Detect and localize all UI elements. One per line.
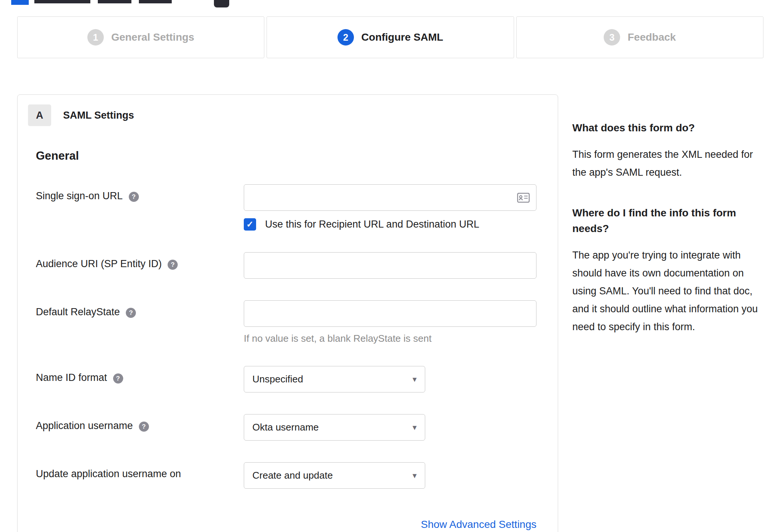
step-label: Configure SAML	[361, 31, 443, 43]
clipped-icon-fragment	[214, 0, 229, 7]
step-number-badge: 3	[604, 29, 620, 46]
show-advanced-settings-link[interactable]: Show Advanced Settings	[421, 519, 536, 530]
update-app-username-label-group: Update application username on	[36, 462, 244, 489]
help-icon[interactable]: ?	[139, 422, 149, 432]
app-username-label: Application username	[36, 420, 133, 432]
chevron-down-icon: ▾	[413, 423, 417, 432]
contact-card-icon	[517, 193, 530, 203]
help-body: The app you're trying to integrate with …	[572, 246, 765, 336]
step-number-badge: 2	[337, 29, 354, 46]
help-sidebar: What does this form do? This form genera…	[572, 120, 765, 336]
name-id-format-select[interactable]: Unspecified ▾	[244, 366, 425, 392]
sso-url-input[interactable]	[244, 184, 536, 211]
sso-url-label: Single sign-on URL	[36, 190, 123, 202]
app-username-label-group: Application username ?	[36, 414, 244, 441]
app-username-row: Application username ? Okta username ▾	[36, 414, 536, 441]
help-icon[interactable]: ?	[126, 308, 136, 318]
audience-uri-input[interactable]	[244, 252, 536, 279]
help-section-where: Where do I find the info this form needs…	[572, 205, 765, 336]
recipient-url-checkbox-label: Use this for Recipient URL and Destinati…	[265, 219, 479, 230]
name-id-format-row: Name ID format ? Unspecified ▾	[36, 366, 536, 392]
name-id-format-label: Name ID format	[36, 372, 107, 384]
section-title: SAML Settings	[63, 110, 134, 121]
help-icon[interactable]: ?	[113, 373, 123, 384]
sso-url-row: Single sign-on URL ?	[36, 184, 536, 211]
help-heading: Where do I find the info this form needs…	[572, 205, 765, 237]
clipped-title-fragment	[139, 0, 172, 3]
name-id-format-label-group: Name ID format ?	[36, 366, 244, 392]
clipped-logo-fragment	[11, 0, 29, 5]
app-username-select[interactable]: Okta username ▾	[244, 414, 425, 441]
step-general-settings[interactable]: 1 General Settings	[17, 16, 264, 58]
help-body: This form generates the XML needed for t…	[572, 145, 765, 181]
help-icon[interactable]: ?	[168, 260, 178, 270]
step-configure-saml[interactable]: 2 Configure SAML	[267, 16, 514, 58]
clipped-title-fragment	[34, 0, 90, 3]
help-icon[interactable]: ?	[129, 192, 139, 202]
chevron-down-icon: ▾	[413, 375, 417, 384]
relay-state-row: Default RelayState ? If no value is set,…	[36, 300, 536, 344]
help-section-what: What does this form do? This form genera…	[572, 120, 765, 181]
update-app-username-row: Update application username on Create an…	[36, 462, 536, 489]
update-app-username-label: Update application username on	[36, 468, 181, 480]
relay-state-label: Default RelayState	[36, 306, 120, 318]
advanced-settings-row: Show Advanced Settings	[36, 519, 536, 531]
saml-settings-panel: A SAML Settings General Single sign-on U…	[17, 94, 558, 532]
wizard-stepper: 1 General Settings 2 Configure SAML 3 Fe…	[17, 16, 763, 58]
recipient-url-checkbox-row: ✓ Use this for Recipient URL and Destina…	[36, 218, 536, 231]
relay-state-label-group: Default RelayState ?	[36, 300, 244, 344]
update-app-username-select[interactable]: Create and update ▾	[244, 462, 425, 489]
audience-uri-label: Audience URI (SP Entity ID)	[36, 258, 162, 270]
step-label: General Settings	[111, 31, 195, 43]
recipient-url-checkbox[interactable]: ✓	[244, 218, 256, 231]
app-username-value: Okta username	[252, 422, 319, 433]
step-feedback[interactable]: 3 Feedback	[516, 16, 763, 58]
audience-uri-label-group: Audience URI (SP Entity ID) ?	[36, 252, 244, 279]
clipped-title-fragment	[98, 0, 131, 3]
section-a-badge: A	[28, 104, 51, 126]
step-label: Feedback	[628, 31, 676, 43]
relay-state-input[interactable]	[244, 300, 536, 327]
step-number-badge: 1	[87, 29, 104, 46]
update-app-username-value: Create and update	[252, 470, 333, 481]
audience-uri-row: Audience URI (SP Entity ID) ?	[36, 252, 536, 279]
section-header: A SAML Settings	[28, 104, 536, 126]
sso-url-label-group: Single sign-on URL ?	[36, 184, 244, 211]
name-id-format-value: Unspecified	[252, 373, 303, 385]
chevron-down-icon: ▾	[413, 471, 417, 481]
relay-state-hint: If no value is set, a blank RelayState i…	[244, 333, 536, 344]
general-group-title: General	[36, 149, 536, 163]
help-heading: What does this form do?	[572, 120, 765, 136]
